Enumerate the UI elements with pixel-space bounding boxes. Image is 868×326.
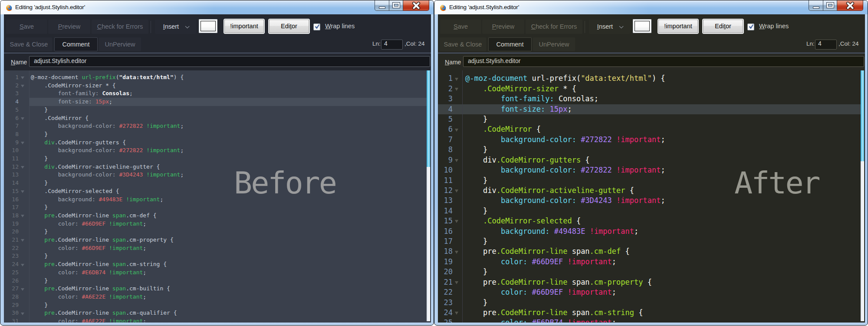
btn-check-b[interactable]: Check for Errors — [526, 20, 582, 34]
btn-close-a[interactable] — [403, 0, 429, 11]
btn-maximize-b[interactable] — [823, 0, 837, 11]
btn-editor-a[interactable]: Editor — [269, 20, 309, 33]
btn-insert-b[interactable]: Insert — [589, 20, 630, 34]
btn-minimize-a[interactable] — [375, 0, 389, 11]
btn-editor-b[interactable]: Editor — [703, 20, 743, 33]
btn-close-b[interactable] — [837, 0, 863, 11]
btn-unpreview-a[interactable]: UnPerview — [99, 37, 141, 51]
name-input-b[interactable]: adjust.Stylish.editor — [463, 56, 864, 67]
chk-wrap-a[interactable] — [313, 23, 320, 30]
window-after: Editing 'adjust.Stylish.editor' Save Pre… — [434, 0, 868, 326]
btn-preview-a[interactable]: Preview — [48, 20, 90, 34]
window-before: Editing 'adjust.Stylish.editor' Save Pre… — [0, 0, 434, 326]
content-before: Save Preview Check for Errors Insert !im… — [4, 14, 431, 323]
titlebar-before: Editing 'adjust.Stylish.editor' — [0, 0, 434, 14]
editor-before: 1@-moz-document url-prefix("data:text/ht… — [4, 70, 431, 323]
editor-after: 1@-moz-document url-prefix("data:text/ht… — [438, 70, 865, 323]
btn-comment-b[interactable]: Comment — [488, 37, 532, 51]
btn-saveclose-a[interactable]: Save & Close — [6, 37, 52, 51]
btn-comment-a[interactable]: Comment — [54, 37, 98, 51]
scrollbar-b — [861, 70, 864, 321]
btn-important-b[interactable]: !important — [658, 20, 698, 33]
ln-input-a[interactable]: 4 — [381, 40, 403, 50]
btn-save-b[interactable]: Save — [440, 20, 481, 34]
ln-input-b[interactable]: 4 — [815, 40, 837, 50]
btn-color-b[interactable] — [633, 19, 651, 33]
btn-saveclose-b[interactable]: Save & Close — [440, 37, 486, 51]
titlebar-after: Editing 'adjust.Stylish.editor' — [434, 0, 868, 14]
btn-save-a[interactable]: Save — [6, 20, 47, 34]
btn-minimize-b[interactable] — [809, 0, 823, 11]
chk-wrap-b[interactable] — [747, 23, 754, 30]
page: Editing 'adjust.Stylish.editor' Save Pre… — [0, 0, 868, 326]
btn-insert-a[interactable]: Insert — [155, 20, 196, 34]
btn-check-a[interactable]: Check for Errors — [92, 20, 148, 34]
btn-important-a[interactable]: !important — [224, 20, 264, 33]
scrollbar-a — [427, 70, 430, 321]
btn-maximize-a[interactable] — [389, 0, 403, 11]
content-after: Save Preview Check for Errors Insert !im… — [438, 14, 865, 323]
btn-preview-b[interactable]: Preview — [482, 20, 524, 34]
name-input-a[interactable]: adjust.Stylish.editor — [29, 56, 430, 67]
btn-unpreview-b[interactable]: UnPerview — [533, 37, 575, 51]
btn-color-a[interactable] — [199, 19, 217, 33]
